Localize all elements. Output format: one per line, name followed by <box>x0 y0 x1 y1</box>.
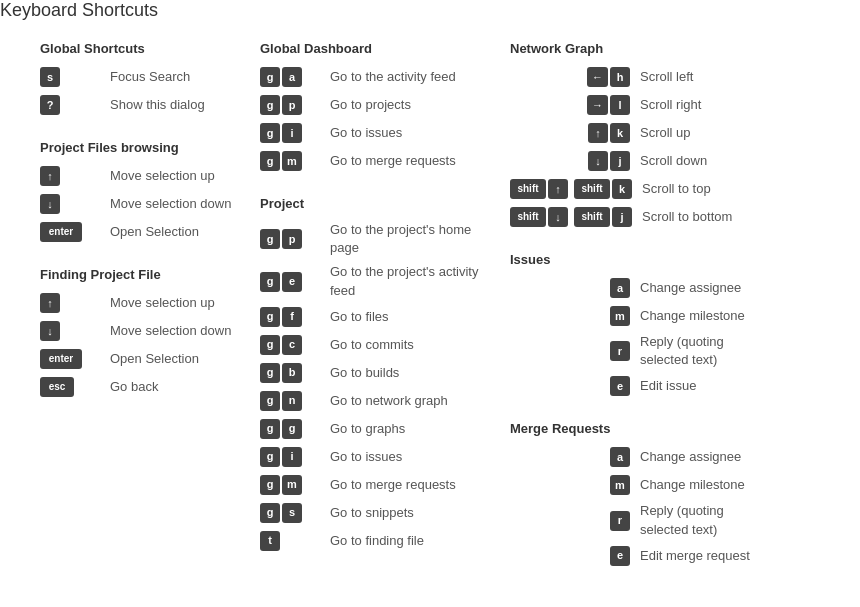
shortcut-keys: gi <box>260 123 320 143</box>
shortcut-keys: esc <box>40 377 100 397</box>
shortcut-row: geGo to the project's activity feed <box>260 263 490 299</box>
shortcut-row: gcGo to commits <box>260 334 490 356</box>
arrow-key: ↓ <box>588 151 608 171</box>
shortcut-description: Move selection up <box>110 294 215 312</box>
shortcut-description: Go to finding file <box>330 532 424 550</box>
shortcut-row: enterOpen Selection <box>40 221 240 243</box>
key-n: n <box>282 391 302 411</box>
key-e: e <box>610 376 630 396</box>
key-g: g <box>260 307 280 327</box>
key-j: j <box>610 151 630 171</box>
arrow-key: ↓ <box>40 194 60 214</box>
key-m: m <box>282 475 302 495</box>
shortcut-description: Edit merge request <box>640 547 750 565</box>
key-e: e <box>610 546 630 566</box>
key-s: s <box>282 503 302 523</box>
shortcut-row: ↓Move selection down <box>40 193 240 215</box>
shortcut-description: Go to merge requests <box>330 152 456 170</box>
key-?: ? <box>40 95 60 115</box>
key-t: t <box>260 531 280 551</box>
shortcut-keys: ↑ <box>40 293 100 313</box>
shortcut-description: Reply (quoting selected text) <box>640 333 770 369</box>
arrow-key: ↓ <box>40 321 60 341</box>
key-g: g <box>260 123 280 143</box>
shortcut-keys: a <box>510 447 630 467</box>
shortcut-keys: gi <box>260 447 320 467</box>
key-i: i <box>282 447 302 467</box>
shortcut-row: ↑kScroll up <box>510 122 770 144</box>
shortcut-keys: r <box>510 511 630 531</box>
arrow-key: ↑ <box>588 123 608 143</box>
shortcut-row: giGo to issues <box>260 446 490 468</box>
column-col3: Network Graph←hScroll left→lScroll right… <box>500 41 780 591</box>
shift-key: shift <box>510 179 546 199</box>
key-p: p <box>282 95 302 115</box>
enter-key: enter <box>40 222 82 242</box>
key-i: i <box>282 123 302 143</box>
shortcut-row: giGo to issues <box>260 122 490 144</box>
shortcut-row: gpGo to projects <box>260 94 490 116</box>
shortcut-keys: enter <box>40 349 100 369</box>
arrow-key: ↑ <box>40 166 60 186</box>
shortcut-keys: gm <box>260 151 320 171</box>
section: Finding Project File↑Move selection up↓M… <box>40 267 240 398</box>
shortcut-row: gbGo to builds <box>260 362 490 384</box>
shortcut-description: Go to merge requests <box>330 476 456 494</box>
shortcut-row: ↓jScroll down <box>510 150 770 172</box>
shortcut-description: Scroll to top <box>642 180 711 198</box>
shortcut-description: Change assignee <box>640 448 741 466</box>
shortcut-keys: shift↓shiftj <box>510 207 632 227</box>
shortcut-description: Go to builds <box>330 364 399 382</box>
key-a: a <box>610 447 630 467</box>
section-title: Issues <box>510 252 770 267</box>
shortcut-keys: gn <box>260 391 320 411</box>
shortcut-description: Go to issues <box>330 124 402 142</box>
key-g: g <box>260 151 280 171</box>
shortcut-description: Go back <box>110 378 158 396</box>
shortcut-row: rReply (quoting selected text) <box>510 333 770 369</box>
shortcut-keys: enter <box>40 222 100 242</box>
shortcut-keys: ↑ <box>40 166 100 186</box>
section: Global ShortcutssFocus Search?Show this … <box>40 41 240 116</box>
section: Merge RequestsaChange assigneemChange mi… <box>510 421 770 566</box>
column-col1: Global ShortcutssFocus Search?Show this … <box>20 41 250 591</box>
key-g: g <box>260 363 280 383</box>
shortcut-keys: t <box>260 531 320 551</box>
key-m: m <box>610 475 630 495</box>
shortcut-description: Move selection up <box>110 167 215 185</box>
shortcut-keys: gp <box>260 229 320 249</box>
key-g: g <box>282 419 302 439</box>
section-title: Finding Project File <box>40 267 240 282</box>
key-r: r <box>610 341 630 361</box>
section-title: Project <box>260 196 490 211</box>
key-a: a <box>282 67 302 87</box>
arrow-key: ← <box>587 67 608 87</box>
shortcut-keys: ? <box>40 95 100 115</box>
shortcut-row: ggGo to graphs <box>260 418 490 440</box>
shift-key: shift <box>574 179 610 199</box>
key-g: g <box>260 95 280 115</box>
key-c: c <box>282 335 302 355</box>
shortcut-description: Open Selection <box>110 350 199 368</box>
key-p: p <box>282 229 302 249</box>
shortcut-description: Scroll left <box>640 68 693 86</box>
shortcut-description: Go to network graph <box>330 392 448 410</box>
shortcut-row: gnGo to network graph <box>260 390 490 412</box>
shortcut-description: Open Selection <box>110 223 199 241</box>
section: Global DashboardgaGo to the activity fee… <box>260 41 490 172</box>
shortcut-description: Go to projects <box>330 96 411 114</box>
key-k: k <box>612 179 632 199</box>
shortcut-description: Go to the project's activity feed <box>330 263 490 299</box>
shortcut-row: tGo to finding file <box>260 530 490 552</box>
shortcut-keys: ga <box>260 67 320 87</box>
shortcut-row: shift↑shiftkScroll to top <box>510 178 770 200</box>
shortcut-row: escGo back <box>40 376 240 398</box>
key-h: h <box>610 67 630 87</box>
section-title: Global Shortcuts <box>40 41 240 56</box>
shortcut-row: gmGo to merge requests <box>260 150 490 172</box>
shortcut-description: Go to issues <box>330 448 402 466</box>
shortcut-keys: gm <box>260 475 320 495</box>
key-e: e <box>282 272 302 292</box>
shortcut-keys: a <box>510 278 630 298</box>
key-m: m <box>610 306 630 326</box>
